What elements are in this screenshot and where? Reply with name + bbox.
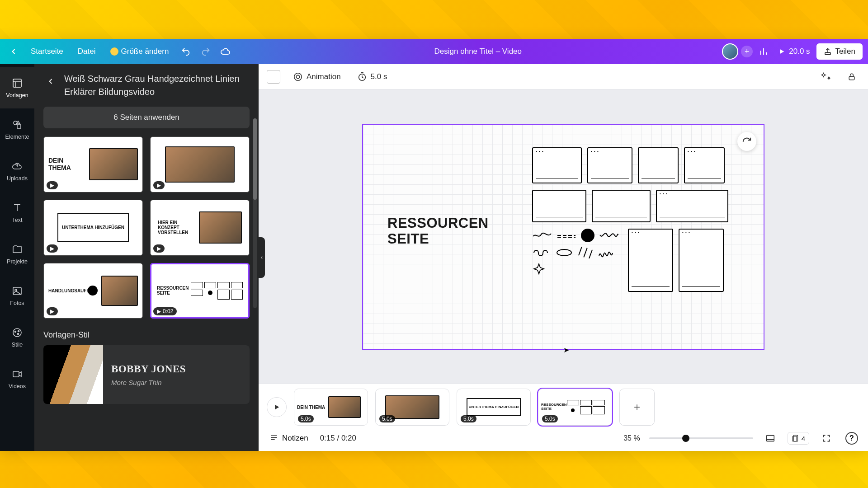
page-duration-label: 5.0 s xyxy=(371,72,387,81)
preview-button[interactable]: 20.0 s xyxy=(774,47,813,56)
videos-icon xyxy=(11,368,24,380)
footer-bar: Notizen 0:15 / 0:20 35 % 4 xyxy=(267,426,860,448)
app-window: Startseite Datei Größe ändern Design ohn… xyxy=(0,39,868,451)
redo-button[interactable] xyxy=(198,43,214,60)
page-frame[interactable]: RESSOURCEN SEITE xyxy=(362,124,764,350)
play-badge-icon: ▶ xyxy=(47,181,58,189)
panel-scrollbar[interactable] xyxy=(253,118,257,308)
editor-area: Animation 5.0 s xyxy=(259,64,868,451)
rail-projects[interactable]: Projekte xyxy=(0,233,34,275)
template-style-card[interactable]: BOBBY JONES More Sugar Thin xyxy=(43,345,250,404)
cursor-icon: ➤ xyxy=(563,346,569,354)
timeline-play-button[interactable] xyxy=(267,397,287,417)
styles-icon xyxy=(11,326,24,339)
regenerate-icon[interactable] xyxy=(737,132,756,151)
page-heading-text[interactable]: RESSOURCEN SEITE xyxy=(387,215,489,247)
svg-point-9 xyxy=(18,331,19,332)
timeline-clip-2[interactable]: 5.0s xyxy=(375,389,449,426)
template-thumb-5[interactable]: HANDLUNGSAUFRUF ▶ xyxy=(43,263,143,319)
timeline-clip-3[interactable]: UNTERTHEMA HINZUFÜGEN 5.0s xyxy=(457,389,531,426)
share-button[interactable]: Teilen xyxy=(816,43,863,60)
clip-2-duration: 5.0s xyxy=(379,415,395,422)
thumb-5-title: HANDLUNGSAUFRUF xyxy=(48,288,84,293)
template-thumb-6[interactable]: RESSOURCEN SEITE ▶ 0:02 xyxy=(150,263,250,319)
template-thumb-4[interactable]: HIER EIN KONZEPT VORSTELLEN ▶ xyxy=(150,200,250,256)
svg-marker-17 xyxy=(275,405,279,410)
uploads-icon xyxy=(11,160,24,173)
undo-button[interactable] xyxy=(178,43,194,60)
play-badge-icon: ▶ xyxy=(47,244,58,253)
svg-rect-18 xyxy=(766,436,774,441)
fullscreen-icon[interactable] xyxy=(818,430,835,446)
elements-icon xyxy=(11,118,24,131)
insights-icon[interactable] xyxy=(755,43,772,60)
svg-rect-1 xyxy=(825,52,830,55)
rail-templates[interactable]: Vorlagen xyxy=(0,67,34,108)
play-badge-icon: ▶ xyxy=(153,244,165,253)
lock-icon[interactable] xyxy=(844,69,860,85)
rail-uploads[interactable]: Uploads xyxy=(0,150,34,192)
zoom-slider[interactable] xyxy=(649,437,753,439)
svg-point-13 xyxy=(296,75,299,78)
template-thumb-1[interactable]: DEIN THEMA ▶ xyxy=(43,136,143,192)
magic-icon[interactable] xyxy=(818,69,835,85)
clip-3-duration: 5.0s xyxy=(461,415,476,422)
back-icon[interactable] xyxy=(5,43,22,60)
svg-rect-15 xyxy=(849,76,854,80)
rail-templates-label: Vorlagen xyxy=(6,92,28,99)
playhead-time: 0:15 / 0:20 xyxy=(320,434,356,443)
tool-rail: Vorlagen Elemente Uploads Text Projekte … xyxy=(0,64,34,451)
style-name: BOBBY JONES xyxy=(111,363,186,375)
timeline-clip-4[interactable]: RESSOURCEN SEITE 5.0s xyxy=(538,389,612,426)
add-member-button[interactable]: + xyxy=(741,46,753,57)
page-count-button[interactable]: 4 xyxy=(788,432,809,445)
thumb-1-title: DEIN THEMA xyxy=(48,157,85,171)
rail-elements[interactable]: Elemente xyxy=(0,108,34,150)
animation-button[interactable]: Animation xyxy=(289,69,344,84)
rail-projects-label: Projekte xyxy=(7,258,28,265)
svg-point-8 xyxy=(15,331,16,333)
template-thumb-2[interactable]: ▶ xyxy=(150,136,250,192)
clip-1-duration: 5.0s xyxy=(298,415,314,422)
page-duration-button[interactable]: 5.0 s xyxy=(354,69,391,84)
rail-videos[interactable]: Videos xyxy=(0,358,34,399)
panel-title: Weiß Schwarz Grau Handgezeichnet Linien … xyxy=(64,72,250,99)
background-color-chip[interactable] xyxy=(267,70,280,84)
resize-button[interactable]: Größe ändern xyxy=(105,43,175,60)
document-title[interactable]: Design ohne Titel – Video xyxy=(237,47,718,56)
projects-icon xyxy=(11,243,24,256)
grid-view-icon[interactable] xyxy=(762,430,778,446)
apply-all-pages-button[interactable]: 6 Seiten anwenden xyxy=(43,107,250,128)
total-duration-label: 20.0 s xyxy=(789,47,810,56)
svg-point-10 xyxy=(18,333,19,335)
wireframe-elements-group[interactable] xyxy=(532,147,740,298)
timeline: DEIN THEMA 5.0s 5.0s UNTERTHEMA HINZUFÜG… xyxy=(259,384,868,451)
clip-4-label: RESSOURCEN SEITE xyxy=(541,403,564,411)
help-icon[interactable]: ? xyxy=(844,430,860,446)
svg-marker-0 xyxy=(780,49,784,54)
rail-photos[interactable]: Fotos xyxy=(0,275,34,316)
timeline-clip-1[interactable]: DEIN THEMA 5.0s xyxy=(294,389,368,426)
template-thumb-3[interactable]: UNTERTHEMA HINZUFÜGEN ▶ xyxy=(43,200,143,256)
style-swatch xyxy=(43,345,103,404)
rail-uploads-label: Uploads xyxy=(7,175,28,182)
templates-icon xyxy=(11,77,24,89)
home-button[interactable]: Startseite xyxy=(25,43,69,60)
rail-text[interactable]: Text xyxy=(0,192,34,233)
template-pages-grid: DEIN THEMA ▶ ▶ UNTERTHEMA HINZUFÜGEN ▶ H… xyxy=(34,136,259,319)
rail-styles[interactable]: Stile xyxy=(0,316,34,358)
canvas-stage[interactable]: RESSOURCEN SEITE xyxy=(259,89,868,384)
page-count-number: 4 xyxy=(802,435,805,442)
text-icon xyxy=(11,202,24,214)
notes-label: Notizen xyxy=(282,434,308,443)
panel-back-button[interactable] xyxy=(43,74,58,89)
rail-text-label: Text xyxy=(12,217,23,223)
notes-button[interactable]: Notizen xyxy=(267,432,311,445)
add-page-button[interactable]: + xyxy=(619,389,655,426)
panel-section-style-title: Vorlagen-Stil xyxy=(34,319,259,345)
rail-styles-label: Stile xyxy=(12,342,23,348)
avatar[interactable] xyxy=(722,43,738,60)
file-menu[interactable]: Datei xyxy=(72,43,101,60)
svg-point-7 xyxy=(13,328,21,337)
cloud-sync-icon[interactable] xyxy=(217,43,234,60)
